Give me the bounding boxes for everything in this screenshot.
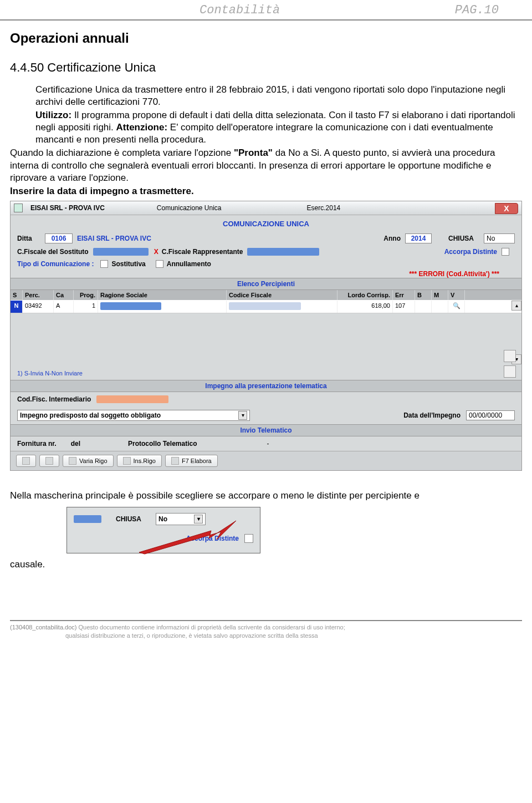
col-rag: Ragione Sociale [98,290,227,300]
ditta-code-input[interactable]: 0106 [45,233,73,243]
header-left: Contabilità [200,3,280,17]
cell-s[interactable]: N [11,301,23,313]
impegno-combo-text: Impegno predisposto dal soggetto obbliga… [20,411,161,419]
titlebar: EISAI SRL - PROVA IVC Comunicazione Unic… [11,201,521,215]
anno-label: Anno [383,235,401,242]
utilizzo-label: Utilizzo: [35,110,71,120]
titlebar-eserc: Eserc.2014 [307,204,341,212]
codfisc-value[interactable] [96,395,168,403]
col-prog: Prog. [74,290,98,300]
col-cf: Codice Fiscale [227,290,337,300]
col-perc: Perc. [23,290,54,300]
col-ca: Ca [54,290,74,300]
col-b: B [415,290,432,300]
codfisc-label: Cod.Fisc. Intermediario [17,395,91,403]
window-main-title: COMUNICAZIONE UNICA [11,215,521,231]
row-fornitura: Fornitura nr. del Protocollo Telematico … [11,436,521,451]
f7-elabora-button[interactable]: F7 Elabora [165,455,218,467]
fornitura-label: Fornitura nr. [17,440,57,448]
mini-screenshot: CHIUSA No ▾ Accorpa Distinte [66,507,260,553]
cell-perc: 03492 [23,301,54,313]
mini-accorpa-checkbox[interactable] [244,534,253,543]
scroll-up-icon[interactable]: ▴ [511,301,521,311]
footer-line2: qualsiasi distribuzione a terzi, o ripro… [10,632,318,640]
ditta-label: Ditta [17,235,45,242]
row-ditta: Ditta 0106 EISAI SRL - PROVA IVC Anno 20… [11,231,521,246]
footer-line1: Questo documento contiene informazioni d… [76,624,345,631]
page-footer: (130408_contabilita.doc) Questo document… [0,623,532,651]
protocollo-label: Protocollo Telematico [128,440,197,448]
page-title: Operazioni annuali [10,31,522,46]
ditta-name: EISAI SRL - PROVA IVC [77,235,151,242]
paragraph-3: Quando la dichiarazione è completa varia… [10,147,522,184]
section-heading: 4.4.50 Certificazione Unica [10,60,522,75]
cf-rapp-value[interactable] [247,248,319,256]
data-impegno-input[interactable]: 00/00/0000 [466,410,515,420]
cf-masked [229,302,301,310]
paragraph-2: Utilizzo: Il programma propone di defaul… [10,109,522,146]
chiusa-select[interactable]: No [484,233,515,243]
paragraph-4: Inserire la data di impegno a trasmetter… [10,185,522,197]
cf-sost-value[interactable] [93,248,149,256]
col-lc: Lordo Corrisp. [337,290,393,300]
ins-rigo-button[interactable]: Ins.Rigo [117,455,162,467]
rag-masked [100,302,161,310]
accorpa-label: Accorpa Distinte [444,248,497,256]
after-text: Nella mascherina principale è possibile … [10,490,522,502]
error-x-icon[interactable]: X [154,248,158,256]
row-cf: C.Fiscale del Sostituto X C.Fiscale Rapp… [11,246,521,258]
footer-filename: (130408_contabilita.doc) [10,624,76,631]
titlebar-center: Comunicazione Unica [157,204,222,212]
cell-v[interactable]: 🔍 [448,301,465,313]
impegno-combo[interactable]: Impegno predisposto dal soggetto obbliga… [17,410,250,421]
annullamento-label: Annullamento [167,260,211,268]
cell-prog: 1 [74,301,98,313]
p4: Inserire la data di impegno a trasmetter… [10,186,194,196]
titlebar-company: EISAI SRL - PROVA IVC [30,204,105,212]
cell-rag [98,301,227,313]
accorpa-checkbox[interactable] [502,248,509,256]
toolbar-btn-2[interactable] [39,455,59,467]
sostitutiva-label: Sostitutiva [111,260,145,268]
table-row[interactable]: N 03492 A 1 618,00 107 🔍 [11,301,521,313]
insert-icon [123,457,131,465]
protocollo-dash: - [267,440,269,448]
footer-rule [10,620,522,621]
status-squares [504,350,516,378]
close-icon[interactable]: X [495,203,518,214]
chevron-down-icon[interactable]: ▾ [238,411,247,420]
tipo-label: Tipo di Comunicazione : [17,260,94,268]
row-impegno: Impegno predisposto dal soggetto obbliga… [11,406,521,424]
sostitutiva-checkbox[interactable] [100,260,108,268]
row-codfisc: Cod.Fisc. Intermediario [11,392,521,406]
toolbar-btn-1[interactable] [16,455,36,467]
impegno-header: Impegno alla presentazione telematica [11,380,521,392]
app-icon [14,204,23,212]
attenzione-label: Attenzione: [116,122,168,133]
pronta-label: "Pronta" [234,148,273,158]
cf-rapp-label: C.Fiscale Rappresentante [162,248,243,256]
red-arrow-annotation [134,516,239,555]
cell-m [432,301,448,313]
grid-blank: ▾ 1) S-Invia N-Non Inviare [11,313,521,380]
svg-marker-0 [139,521,236,554]
cell-ca: A [54,301,74,313]
lbl-b5: F7 Elabora [182,458,212,464]
cell-err: 107 [393,301,415,313]
toolbar: Varia Rigo Ins.Rigo F7 Elabora [11,451,521,470]
lbl-b3: Varia Rigo [79,458,108,464]
trash-icon [45,457,53,465]
annullamento-checkbox[interactable] [156,260,163,268]
anno-input[interactable]: 2014 [405,233,432,243]
chiusa-label: CHIUSA [448,235,474,242]
app-window: EISAI SRL - PROVA IVC Comunicazione Unic… [10,201,522,471]
col-s: S [11,290,23,300]
cell-cf [227,301,337,313]
lbl-b4: Ins.Rigo [134,458,156,464]
data-impegno-label: Data dell'Impegno [403,411,461,419]
col-m: M [432,290,448,300]
status-sq-1[interactable] [504,350,516,362]
status-sq-2[interactable] [504,365,516,378]
varia-rigo-button[interactable]: Varia Rigo [63,455,114,467]
page-header: Contabilità PAG.10 [0,0,532,21]
